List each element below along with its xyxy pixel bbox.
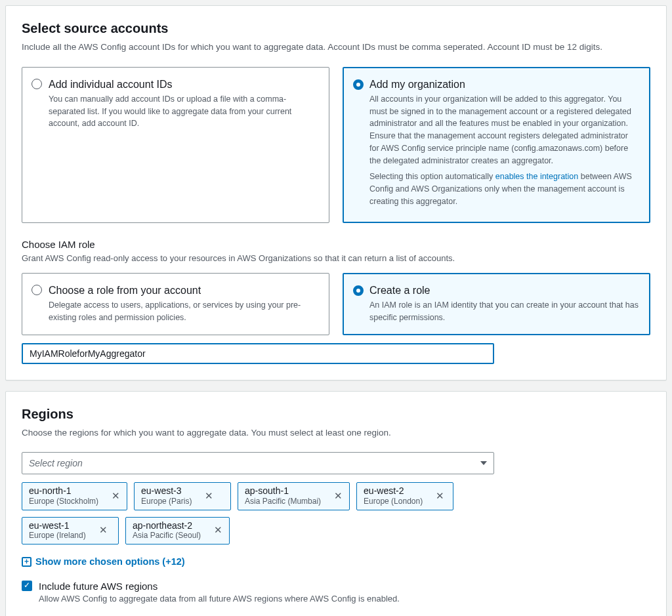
remove-region-icon[interactable]: ✕ (110, 489, 121, 503)
option-desc: Delegate access to users, applications, … (49, 299, 318, 324)
region-token: ap-south-1Asia Pacific (Mumbai)✕ (238, 482, 350, 510)
option-title: Add my organization (369, 77, 639, 92)
option-add-organization[interactable]: Add my organization All accounts in your… (343, 67, 650, 223)
include-future-title: Include future AWS regions (39, 579, 400, 594)
source-accounts-panel: Select source accounts Include all the A… (5, 5, 667, 380)
region-code: ap-northeast-2 (133, 520, 201, 531)
region-token: eu-west-2Europe (London)✕ (356, 482, 453, 510)
region-token-row: eu-west-1Europe (Ireland)✕ap-northeast-2… (22, 517, 650, 544)
region-code: eu-west-2 (364, 485, 423, 497)
iam-role-label: Choose IAM role (22, 237, 650, 252)
checkbox-checked-icon: ✓ (22, 581, 32, 591)
region-token: eu-north-1Europe (Stockholm)✕ (22, 482, 127, 510)
source-accounts-desc: Include all the AWS Config account IDs f… (22, 41, 650, 54)
option-title: Choose a role from your account (49, 283, 318, 298)
plus-icon: + (22, 557, 32, 567)
region-token: eu-west-3Europe (Paris)✕ (134, 482, 231, 510)
radio-icon (32, 285, 42, 295)
region-select-placeholder: Select region (29, 457, 83, 470)
region-name: Asia Pacific (Seoul) (133, 531, 201, 540)
region-name: Europe (London) (364, 497, 423, 506)
region-token: ap-northeast-2Asia Pacific (Seoul)✕ (125, 517, 230, 544)
option-create-role[interactable]: Create a role An IAM role is an IAM iden… (343, 273, 650, 335)
regions-panel: Regions Choose the regions for which you… (5, 391, 667, 616)
region-code: eu-north-1 (29, 485, 98, 497)
iam-role-name-input[interactable] (22, 343, 494, 364)
enables-integration-link[interactable]: enables the integration (495, 172, 578, 181)
regions-desc: Choose the regions for which you want to… (22, 426, 650, 440)
source-accounts-title: Select source accounts (22, 19, 650, 38)
region-code: eu-west-3 (141, 485, 192, 497)
region-name: Asia Pacific (Mumbai) (245, 497, 321, 506)
include-future-regions-checkbox[interactable]: ✓ Include future AWS regions Allow AWS C… (22, 579, 650, 606)
region-name: Europe (Paris) (141, 497, 192, 506)
remove-region-icon[interactable]: ✕ (213, 523, 224, 537)
show-more-options-link[interactable]: + Show more chosen options (+12) (22, 555, 185, 569)
remove-region-icon[interactable]: ✕ (333, 489, 344, 503)
region-name: Europe (Ireland) (29, 531, 86, 540)
option-choose-role[interactable]: Choose a role from your account Delegate… (22, 273, 329, 335)
radio-icon (353, 285, 364, 296)
option-desc: An IAM role is an IAM identity that you … (369, 299, 639, 324)
radio-icon (353, 79, 364, 90)
iam-role-desc: Grant AWS Config read-only access to you… (22, 253, 650, 265)
chevron-down-icon (480, 461, 487, 465)
region-code: eu-west-1 (29, 520, 86, 531)
remove-region-icon[interactable]: ✕ (434, 489, 446, 503)
region-select[interactable]: Select region (22, 452, 494, 474)
region-token: eu-west-1Europe (Ireland)✕ (22, 517, 119, 544)
remove-region-icon[interactable]: ✕ (203, 489, 215, 503)
remove-region-icon[interactable]: ✕ (98, 523, 109, 537)
region-token-row: eu-north-1Europe (Stockholm)✕eu-west-3Eu… (22, 482, 650, 510)
regions-title: Regions (22, 405, 650, 424)
option-desc: All accounts in your organization will b… (369, 93, 639, 208)
include-future-desc: Allow AWS Config to aggregate data from … (39, 593, 400, 606)
option-title: Add individual account IDs (49, 77, 318, 92)
region-name: Europe (Stockholm) (29, 497, 98, 506)
option-title: Create a role (369, 283, 639, 298)
region-code: ap-south-1 (245, 485, 321, 497)
option-individual-accounts[interactable]: Add individual account IDs You can manua… (22, 67, 329, 223)
option-desc: You can manually add account IDs or uplo… (49, 93, 318, 130)
radio-icon (32, 79, 42, 89)
